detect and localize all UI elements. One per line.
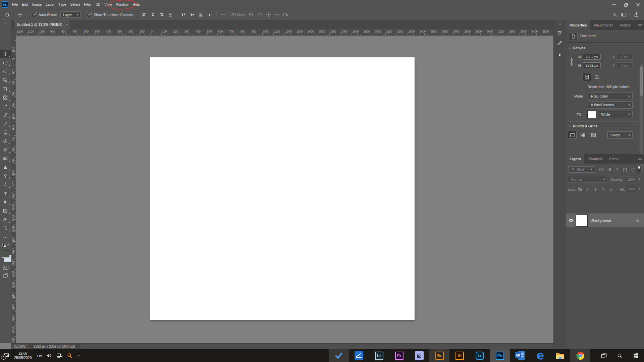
- layer-visibility-eye-icon[interactable]: [566, 218, 576, 223]
- properties-panel-icon[interactable]: [556, 29, 564, 37]
- align-top-icon[interactable]: [179, 11, 188, 19]
- 3d-orbit-icon[interactable]: [247, 11, 255, 19]
- properties-scrollbar-thumb[interactable]: [640, 66, 643, 96]
- close-tab-icon[interactable]: ×: [65, 23, 67, 26]
- menu-type[interactable]: Type: [56, 0, 68, 9]
- canvas-white-artboard[interactable]: [150, 57, 415, 320]
- toggle-rulers-button[interactable]: [568, 131, 577, 139]
- ruler-units-dropdown[interactable]: Pixels▼: [607, 131, 633, 139]
- status-options-chevron[interactable]: 〉: [84, 344, 88, 349]
- gradient-tool[interactable]: [0, 154, 11, 163]
- language-indicator[interactable]: עבר: [36, 354, 42, 358]
- brush-tool[interactable]: [0, 119, 11, 128]
- filter-adjustment-layers-icon[interactable]: [606, 167, 612, 172]
- taskbar-app-scan-app[interactable]: [349, 349, 369, 362]
- orientation-landscape-button[interactable]: [593, 73, 601, 81]
- menu-help[interactable]: Help: [130, 0, 142, 9]
- filter-pixel-layers-icon[interactable]: [598, 167, 604, 172]
- network-icon[interactable]: [56, 353, 63, 358]
- taskbar-app-bridge[interactable]: Br: [429, 349, 449, 362]
- menu-3d[interactable]: 3D: [94, 0, 102, 9]
- spot-healing-brush-tool[interactable]: [0, 111, 11, 119]
- layer-row-background[interactable]: Background: [566, 214, 644, 227]
- tab-layers[interactable]: Layers: [566, 154, 584, 164]
- notification-center-icon[interactable]: 3: [3, 353, 10, 359]
- lock-pixels-icon[interactable]: [585, 187, 591, 192]
- lock-position-icon[interactable]: [593, 187, 598, 192]
- toolbar-ellipsis-tool[interactable]: [0, 233, 11, 242]
- align-center-vertical-icon[interactable]: [188, 11, 197, 19]
- volume-icon[interactable]: [46, 353, 52, 358]
- minimize-button[interactable]: [608, 0, 620, 9]
- taskbar-app-lightroom-classic[interactable]: Lr: [369, 349, 389, 362]
- lock-transparency-icon[interactable]: [577, 187, 583, 192]
- menu-layer[interactable]: Layer: [44, 0, 56, 9]
- taskbar-app-edge[interactable]: [530, 349, 550, 362]
- tab-channels[interactable]: Channels: [584, 154, 606, 164]
- distribute-horizontal-icon[interactable]: [166, 11, 175, 19]
- taskbar-app-check-app[interactable]: [329, 349, 349, 362]
- dodge-tool[interactable]: [0, 172, 11, 180]
- collapse-dock-icon[interactable]: [556, 21, 563, 26]
- object-selection-tool[interactable]: [0, 76, 11, 84]
- zoom-level-field[interactable]: 33.33%: [11, 345, 29, 348]
- toggle-transparency-button[interactable]: [589, 131, 598, 139]
- toolbar-grip[interactable]: [0, 25, 11, 28]
- 3d-camera-icon[interactable]: [281, 11, 290, 19]
- restore-button[interactable]: [620, 0, 632, 9]
- bit-depth-dropdown[interactable]: 8 Bits/Channel▼: [588, 101, 633, 109]
- fill-dropdown[interactable]: White▼: [598, 111, 633, 118]
- rulers-grids-header[interactable]: Rulers & Grids: [573, 124, 598, 128]
- move-tool-tool[interactable]: [0, 50, 11, 58]
- crop-tool[interactable]: [0, 84, 11, 93]
- distribute-vertical-icon[interactable]: [205, 11, 214, 19]
- filter-smart-objects-icon[interactable]: [630, 167, 635, 172]
- horizontal-ruler[interactable]: 1200110010009008007006005004003002001000…: [16, 29, 553, 36]
- menu-select[interactable]: Select: [68, 0, 82, 9]
- filtering-toggle[interactable]: [637, 166, 641, 173]
- menu-filter[interactable]: Filter: [82, 0, 94, 9]
- color-mode-dropdown[interactable]: RGB Color▼: [588, 93, 633, 100]
- link-dimensions-icon[interactable]: [570, 55, 574, 68]
- align-left-icon[interactable]: [140, 11, 149, 19]
- path-selection-tool[interactable]: [0, 198, 11, 206]
- rectangle-tool[interactable]: [0, 206, 11, 215]
- taskbar-app-premiere-pro[interactable]: Pr: [389, 349, 409, 362]
- eyedropper-tool[interactable]: [0, 102, 11, 110]
- align-bottom-icon[interactable]: [197, 11, 205, 19]
- workspace-switcher-icon[interactable]: [619, 11, 628, 19]
- task-view-button[interactable]: [596, 349, 611, 362]
- 3d-pan-icon[interactable]: [264, 11, 273, 19]
- panel-menu-icon[interactable]: [636, 20, 644, 30]
- filter-shape-layers-icon[interactable]: [622, 167, 628, 172]
- menu-file[interactable]: File: [10, 0, 20, 9]
- opacity-field[interactable]: 100%: [626, 176, 637, 182]
- tab-properties[interactable]: Properties: [566, 20, 590, 30]
- width-field[interactable]: 2362 px: [583, 54, 601, 60]
- document-tab[interactable]: Untitled-1 @ 33.3% (RGB/8) ×: [13, 20, 71, 29]
- menu-view[interactable]: View: [102, 0, 114, 9]
- chevron-down-icon[interactable]: [628, 13, 632, 16]
- clone-stamp-tool[interactable]: [0, 128, 11, 136]
- pen-tool[interactable]: [0, 180, 11, 189]
- brush-settings-panel-icon[interactable]: [556, 39, 564, 47]
- align-right-icon[interactable]: [157, 11, 166, 19]
- libraries-panel-icon[interactable]: [556, 51, 564, 59]
- swap-colors-icon[interactable]: [6, 242, 11, 247]
- tab-adjustments[interactable]: Adjustments: [590, 20, 616, 30]
- taskbar-app-photoshop[interactable]: Ps: [490, 349, 510, 362]
- quick-mask-icon[interactable]: [2, 264, 9, 270]
- screen-mode-icon[interactable]: [2, 272, 9, 279]
- menu-image[interactable]: Image: [30, 0, 44, 9]
- filter-type-layers-icon[interactable]: T: [614, 167, 620, 172]
- orientation-portrait-button[interactable]: [583, 73, 591, 81]
- sharpen-tool[interactable]: [0, 163, 11, 171]
- auto-select-checkbox[interactable]: [32, 12, 37, 17]
- layer-lock-icon[interactable]: [636, 218, 640, 223]
- show-hidden-icons-chevron[interactable]: [77, 354, 81, 357]
- layer-thumbnail[interactable]: [576, 215, 587, 226]
- panel-menu-icon[interactable]: [636, 154, 644, 164]
- lock-artboard-icon[interactable]: [600, 187, 606, 192]
- taskbar-app-lightroom-cc[interactable]: Lr: [470, 349, 490, 362]
- taskbar-app-word[interactable]: W: [510, 349, 530, 362]
